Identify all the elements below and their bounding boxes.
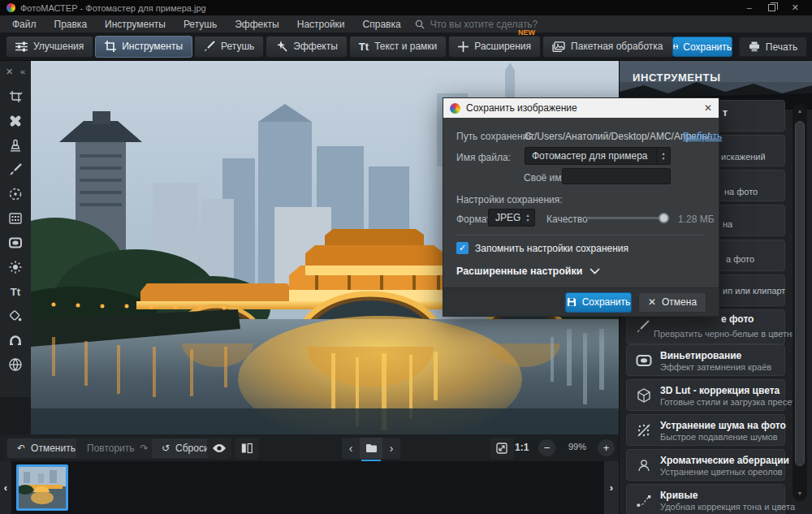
tool-card-curves[interactable]: Кривые Удобная коррекция тона и цвета [626, 484, 785, 514]
quality-slider[interactable] [586, 213, 669, 223]
tab-effects[interactable]: Эффекты [266, 36, 348, 58]
prev-photo-button[interactable]: ‹ [342, 438, 360, 459]
tool-card-chromatic-aberration[interactable]: Хроматические аберрации Устранение цветн… [626, 449, 785, 481]
printer-icon [749, 41, 760, 52]
chevron-right-icon: › [390, 442, 394, 455]
dialog-cancel-label: Отмена [662, 296, 697, 308]
dialog-close-button[interactable]: ✕ [704, 102, 712, 114]
dialog-save-button[interactable]: Сохранить [565, 292, 632, 313]
text-tool[interactable]: Tt [6, 284, 24, 299]
card-title: Виньетирование [660, 350, 741, 361]
tab-tools[interactable]: Инструменты [95, 36, 192, 58]
photo-navigation: ‹ › [342, 438, 400, 459]
tool-card-denoise[interactable]: Устранение шума на фото Быстрое подавлен… [626, 414, 785, 446]
chevron-down-icon [590, 268, 600, 274]
format-combobox[interactable]: JPEG ▲ ▼ [488, 209, 535, 227]
tab-label: Ретушь [221, 41, 254, 52]
chevron-right-icon: › [610, 482, 613, 494]
card-title: Устранение шума на фото [660, 420, 786, 431]
tab-extensions[interactable]: NEW Расширения [448, 36, 541, 58]
choose-path-link[interactable]: Выбрать [683, 131, 722, 142]
slider-handle[interactable] [659, 213, 669, 223]
minimize-button[interactable]: – [747, 3, 752, 12]
maximize-button[interactable] [768, 4, 775, 11]
tab-label: Инструменты [122, 41, 183, 52]
remember-settings-checkbox[interactable]: ✓ [456, 242, 469, 254]
fill-tool[interactable] [6, 309, 24, 323]
zoom-1to1-button[interactable]: 1:1 [515, 442, 529, 453]
filmstrip-prev-button[interactable]: ‹ [0, 461, 11, 514]
close-window-button[interactable]: ✕ [792, 3, 799, 12]
menu-retouch[interactable]: Ретушь [175, 19, 226, 30]
vignette-tool[interactable] [6, 235, 24, 250]
radial-gradient-tool[interactable] [6, 187, 24, 201]
print-button[interactable]: Печать [739, 37, 807, 57]
chevron-left-icon: ‹ [4, 482, 7, 494]
format-label: Формат [456, 214, 491, 225]
mosaic-grid-tool[interactable] [6, 211, 24, 226]
menu-settings[interactable]: Настройки [288, 19, 354, 30]
custom-name-input[interactable] [562, 168, 671, 184]
chevron-left-icon: ‹ [349, 442, 353, 455]
close-icon: ✕ [648, 296, 656, 308]
scroll-down-icon[interactable]: ▼ [793, 490, 807, 496]
redo-label: Повторить [87, 443, 135, 454]
save-button[interactable]: Сохранить [672, 37, 732, 57]
next-photo-button[interactable]: › [382, 438, 400, 459]
menu-file[interactable]: Файл [3, 19, 45, 30]
tab-retouch[interactable]: Ретушь [194, 36, 264, 58]
crop-rotate-tool[interactable] [6, 89, 24, 104]
tab-batch-processing[interactable]: Пакетная обработка [542, 36, 672, 58]
scroll-up-icon[interactable]: ▲ [793, 108, 807, 114]
clone-stamp-tool[interactable] [6, 138, 24, 153]
menu-effects[interactable]: Эффекты [226, 19, 288, 30]
crop-icon [105, 41, 116, 52]
menubar: Файл Правка Инструменты Ретушь Эффекты Н… [0, 15, 812, 32]
batch-photos-icon [552, 41, 565, 52]
preview-original-button[interactable] [207, 438, 231, 459]
liquify-tool[interactable] [6, 333, 24, 348]
zoom-out-button[interactable]: − [538, 439, 555, 456]
close-panel-icon[interactable]: ✕ [6, 67, 13, 76]
dialog-footer: Сохранить ✕ Отмена [443, 287, 719, 316]
new-badge: NEW [518, 28, 535, 37]
curves-icon [636, 492, 654, 510]
sliders-icon [15, 41, 28, 52]
menu-edit[interactable]: Правка [45, 19, 97, 30]
filename-combobox[interactable]: Фотомастер для примера ▲ ▼ [525, 147, 671, 165]
tab-text-frames[interactable]: Tt Текст и рамки [349, 36, 447, 58]
menu-tools[interactable]: Инструменты [96, 19, 175, 30]
dialog-cancel-button[interactable]: ✕ Отмена [638, 292, 706, 313]
filename-spinner[interactable]: ▲ ▼ [656, 148, 670, 164]
dialog-title: Сохранить изображение [466, 102, 577, 114]
tool-card-vignette[interactable]: Виньетирование Эффект затемнения краёв [626, 344, 785, 376]
open-folder-button[interactable] [360, 438, 382, 459]
compare-split-button[interactable] [235, 438, 259, 459]
menu-help[interactable]: Справка [354, 19, 410, 30]
tab-label: Улучшения [33, 41, 84, 52]
brush-tool[interactable] [6, 162, 24, 177]
format-value: JPEG [489, 212, 520, 223]
redo-button[interactable]: Повторить ↷ [76, 438, 159, 459]
zoom-level: 99% [564, 442, 591, 451]
healing-patch-tool[interactable] [6, 114, 24, 128]
photo-thumbnail-selected[interactable] [16, 464, 68, 511]
scrollbar-thumb[interactable] [795, 121, 805, 466]
undo-button[interactable]: ↶ Отменить [6, 438, 86, 459]
mesh-warp-tool[interactable] [6, 357, 24, 372]
tool-card-3d-lut[interactable]: 3D Lut - коррекция цвета Готовые стили и… [626, 379, 785, 411]
zoom-in-button[interactable]: + [598, 439, 615, 456]
panel-scrollbar[interactable]: ▲ ▼ [793, 103, 807, 501]
tab-enhancements[interactable]: Улучшения [6, 36, 93, 58]
collapse-panel-icon[interactable]: « [20, 67, 25, 76]
fit-to-screen-button[interactable] [490, 438, 514, 459]
floppy-icon [673, 41, 678, 52]
card-subtitle-fragment: на [723, 219, 732, 229]
format-spinner[interactable]: ▲ ▼ [520, 209, 534, 226]
filmstrip-next-button[interactable]: › [604, 461, 619, 514]
quality-label: Качество [546, 214, 588, 225]
advanced-settings-toggle[interactable]: Расширенные настройки [456, 266, 600, 277]
card-subtitle: Быстрое подавление шумов [660, 432, 778, 442]
radial-filter-tool[interactable] [6, 260, 24, 274]
dialog-save-label: Сохранить [582, 296, 631, 308]
